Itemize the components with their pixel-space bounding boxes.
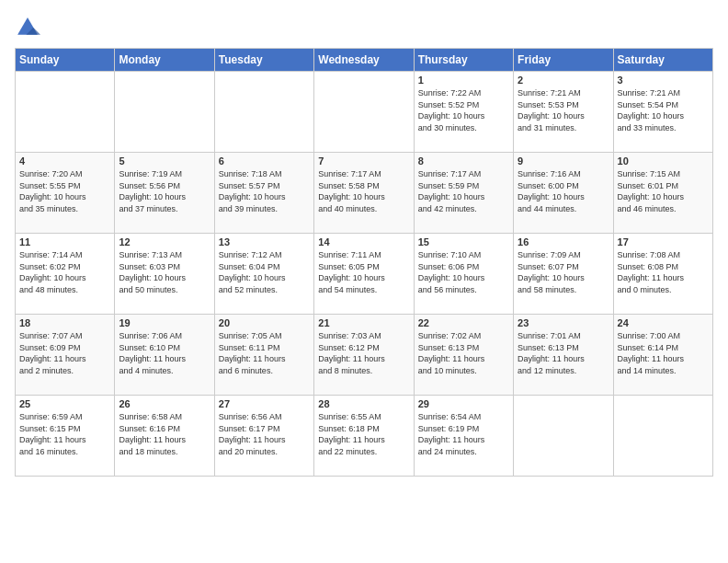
calendar-cell: 20Sunrise: 7:05 AM Sunset: 6:11 PM Dayli… [214, 315, 313, 396]
week-row-1: 1Sunrise: 7:22 AM Sunset: 5:52 PM Daylig… [16, 72, 713, 153]
day-number: 21 [318, 317, 409, 328]
calendar-cell [214, 72, 313, 153]
day-number: 2 [518, 75, 609, 86]
day-number: 26 [119, 398, 210, 409]
day-info: Sunrise: 7:17 AM Sunset: 5:58 PM Dayligh… [318, 168, 409, 214]
day-info: Sunrise: 7:16 AM Sunset: 6:00 PM Dayligh… [518, 168, 609, 214]
day-info: Sunrise: 7:06 AM Sunset: 6:10 PM Dayligh… [119, 330, 210, 376]
day-info: Sunrise: 7:13 AM Sunset: 6:03 PM Dayligh… [119, 249, 210, 295]
calendar-cell: 9Sunrise: 7:16 AM Sunset: 6:00 PM Daylig… [514, 153, 613, 234]
day-header-thursday: Thursday [414, 49, 513, 72]
day-number: 14 [318, 236, 409, 247]
week-row-4: 18Sunrise: 7:07 AM Sunset: 6:09 PM Dayli… [16, 315, 713, 396]
day-info: Sunrise: 7:00 AM Sunset: 6:14 PM Dayligh… [618, 330, 709, 376]
calendar-cell: 14Sunrise: 7:11 AM Sunset: 6:05 PM Dayli… [314, 234, 414, 315]
calendar-header-row: SundayMondayTuesdayWednesdayThursdayFrid… [16, 49, 713, 72]
day-number: 18 [19, 317, 110, 328]
calendar-cell: 2Sunrise: 7:21 AM Sunset: 5:53 PM Daylig… [514, 72, 613, 153]
calendar-cell: 27Sunrise: 6:56 AM Sunset: 6:17 PM Dayli… [214, 396, 313, 477]
calendar-cell: 25Sunrise: 6:59 AM Sunset: 6:15 PM Dayli… [16, 396, 115, 477]
day-number: 17 [618, 236, 709, 247]
day-info: Sunrise: 6:54 AM Sunset: 6:19 PM Dayligh… [418, 411, 509, 457]
day-info: Sunrise: 7:02 AM Sunset: 6:13 PM Dayligh… [418, 330, 509, 376]
day-number: 12 [119, 236, 210, 247]
day-number: 1 [418, 75, 509, 86]
calendar-cell: 4Sunrise: 7:20 AM Sunset: 5:55 PM Daylig… [16, 153, 115, 234]
calendar-cell: 18Sunrise: 7:07 AM Sunset: 6:09 PM Dayli… [16, 315, 115, 396]
day-number: 22 [418, 317, 509, 328]
logo [15, 15, 44, 40]
day-info: Sunrise: 7:20 AM Sunset: 5:55 PM Dayligh… [19, 168, 110, 214]
calendar-cell: 6Sunrise: 7:18 AM Sunset: 5:57 PM Daylig… [214, 153, 313, 234]
day-info: Sunrise: 7:21 AM Sunset: 5:53 PM Dayligh… [518, 87, 609, 133]
calendar-cell: 21Sunrise: 7:03 AM Sunset: 6:12 PM Dayli… [314, 315, 414, 396]
calendar-cell: 19Sunrise: 7:06 AM Sunset: 6:10 PM Dayli… [115, 315, 214, 396]
day-info: Sunrise: 7:05 AM Sunset: 6:11 PM Dayligh… [219, 330, 310, 376]
day-info: Sunrise: 7:22 AM Sunset: 5:52 PM Dayligh… [418, 87, 509, 133]
day-info: Sunrise: 7:21 AM Sunset: 5:54 PM Dayligh… [618, 87, 709, 133]
calendar-cell [16, 72, 115, 153]
day-number: 7 [318, 155, 409, 167]
calendar-cell: 7Sunrise: 7:17 AM Sunset: 5:58 PM Daylig… [314, 153, 414, 234]
day-info: Sunrise: 6:55 AM Sunset: 6:18 PM Dayligh… [318, 411, 409, 457]
day-number: 3 [618, 75, 709, 86]
day-number: 24 [618, 317, 709, 328]
logo-icon [15, 15, 40, 40]
day-info: Sunrise: 7:12 AM Sunset: 6:04 PM Dayligh… [219, 249, 310, 295]
day-number: 15 [418, 236, 509, 247]
day-number: 20 [219, 317, 310, 328]
day-number: 9 [518, 155, 609, 167]
day-number: 28 [318, 398, 409, 409]
day-info: Sunrise: 7:19 AM Sunset: 5:56 PM Dayligh… [119, 168, 210, 214]
calendar-cell: 1Sunrise: 7:22 AM Sunset: 5:52 PM Daylig… [414, 72, 513, 153]
calendar-cell: 22Sunrise: 7:02 AM Sunset: 6:13 PM Dayli… [414, 315, 513, 396]
week-row-5: 25Sunrise: 6:59 AM Sunset: 6:15 PM Dayli… [16, 396, 713, 477]
day-info: Sunrise: 7:10 AM Sunset: 6:06 PM Dayligh… [418, 249, 509, 295]
day-info: Sunrise: 7:03 AM Sunset: 6:12 PM Dayligh… [318, 330, 409, 376]
day-header-friday: Friday [514, 49, 613, 72]
calendar-cell: 8Sunrise: 7:17 AM Sunset: 5:59 PM Daylig… [414, 153, 513, 234]
day-header-wednesday: Wednesday [314, 49, 414, 72]
day-number: 23 [518, 317, 609, 328]
day-number: 13 [219, 236, 310, 247]
day-info: Sunrise: 7:11 AM Sunset: 6:05 PM Dayligh… [318, 249, 409, 295]
day-info: Sunrise: 6:56 AM Sunset: 6:17 PM Dayligh… [219, 411, 310, 457]
calendar-cell [613, 396, 712, 477]
calendar-cell: 12Sunrise: 7:13 AM Sunset: 6:03 PM Dayli… [115, 234, 214, 315]
day-info: Sunrise: 7:01 AM Sunset: 6:13 PM Dayligh… [518, 330, 609, 376]
day-number: 5 [119, 155, 210, 167]
calendar-cell [314, 72, 414, 153]
calendar-table: SundayMondayTuesdayWednesdayThursdayFrid… [15, 48, 713, 477]
calendar-cell: 29Sunrise: 6:54 AM Sunset: 6:19 PM Dayli… [414, 396, 513, 477]
day-number: 25 [19, 398, 110, 409]
day-number: 16 [518, 236, 609, 247]
day-info: Sunrise: 7:15 AM Sunset: 6:01 PM Dayligh… [618, 168, 709, 214]
calendar-cell: 28Sunrise: 6:55 AM Sunset: 6:18 PM Dayli… [314, 396, 414, 477]
calendar-cell: 26Sunrise: 6:58 AM Sunset: 6:16 PM Dayli… [115, 396, 214, 477]
calendar-cell: 11Sunrise: 7:14 AM Sunset: 6:02 PM Dayli… [16, 234, 115, 315]
day-header-saturday: Saturday [613, 49, 712, 72]
day-info: Sunrise: 7:14 AM Sunset: 6:02 PM Dayligh… [19, 249, 110, 295]
day-info: Sunrise: 7:08 AM Sunset: 6:08 PM Dayligh… [618, 249, 709, 295]
day-number: 6 [219, 155, 310, 167]
day-header-monday: Monday [115, 49, 214, 72]
page-header [15, 15, 713, 40]
calendar-cell: 15Sunrise: 7:10 AM Sunset: 6:06 PM Dayli… [414, 234, 513, 315]
calendar-cell: 13Sunrise: 7:12 AM Sunset: 6:04 PM Dayli… [214, 234, 313, 315]
calendar-cell: 23Sunrise: 7:01 AM Sunset: 6:13 PM Dayli… [514, 315, 613, 396]
week-row-3: 11Sunrise: 7:14 AM Sunset: 6:02 PM Dayli… [16, 234, 713, 315]
day-info: Sunrise: 6:58 AM Sunset: 6:16 PM Dayligh… [119, 411, 210, 457]
day-number: 11 [19, 236, 110, 247]
calendar-cell: 10Sunrise: 7:15 AM Sunset: 6:01 PM Dayli… [613, 153, 712, 234]
calendar-cell: 3Sunrise: 7:21 AM Sunset: 5:54 PM Daylig… [613, 72, 712, 153]
week-row-2: 4Sunrise: 7:20 AM Sunset: 5:55 PM Daylig… [16, 153, 713, 234]
day-info: Sunrise: 7:09 AM Sunset: 6:07 PM Dayligh… [518, 249, 609, 295]
calendar-cell: 24Sunrise: 7:00 AM Sunset: 6:14 PM Dayli… [613, 315, 712, 396]
day-header-sunday: Sunday [16, 49, 115, 72]
day-number: 10 [618, 155, 709, 167]
day-number: 29 [418, 398, 509, 409]
day-number: 8 [418, 155, 509, 167]
calendar-cell: 16Sunrise: 7:09 AM Sunset: 6:07 PM Dayli… [514, 234, 613, 315]
day-number: 4 [19, 155, 110, 167]
day-info: Sunrise: 7:07 AM Sunset: 6:09 PM Dayligh… [19, 330, 110, 376]
